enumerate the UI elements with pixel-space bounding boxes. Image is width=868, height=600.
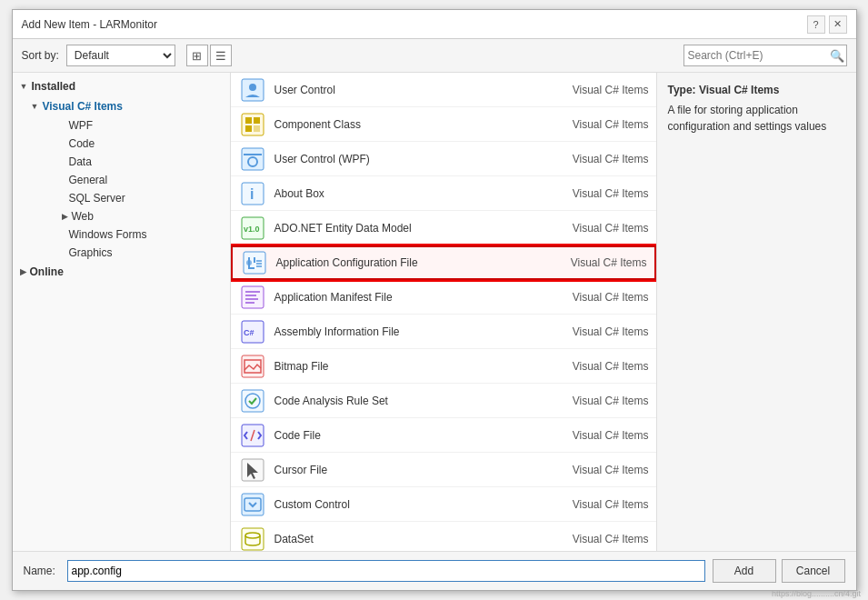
main-content: ▼ Installed ▼ Visual C# Items WPF Code D… [13,73,856,551]
item-name: ADO.NET Entity Data Model [274,222,565,235]
right-panel: Type: Visual C# Items A file for storing… [656,73,856,551]
type-prefix: Type: [668,84,696,96]
user-control-icon [238,75,267,105]
item-name: About Box [274,187,565,200]
svg-rect-3 [245,117,252,124]
add-button[interactable]: Add [713,559,776,583]
list-item[interactable]: Code Analysis Rule Set Visual C# Items [231,384,656,418]
name-input[interactable] [67,560,705,582]
type-description: A file for storing application configura… [668,102,845,135]
list-item[interactable]: Bitmap File Visual C# Items [231,349,656,384]
item-name: Assembly Information File [274,325,565,338]
sort-select[interactable]: Default Name Type [66,45,175,66]
about-icon: i [238,179,267,208]
list-item[interactable]: Cursor File Visual C# Items [231,453,656,487]
item-name: Bitmap File [274,360,565,373]
visual-triangle: ▼ [31,102,39,111]
tree-item-graphics[interactable]: Graphics [27,244,230,262]
tree-item-data[interactable]: Data [27,153,230,171]
list-item[interactable]: Application Manifest File Visual C# Item… [231,280,656,315]
item-category: Visual C# Items [573,533,649,545]
online-label: Online [30,265,64,278]
component-icon [238,110,267,139]
item-category: Visual C# Items [573,360,649,373]
item-category: Visual C# Items [573,187,649,200]
item-name: User Control (WPF) [274,153,565,165]
svg-rect-4 [254,117,260,124]
list-item[interactable]: DataSet Visual C# Items [231,522,656,551]
tree-item-web[interactable]: ▶ Web [27,207,230,225]
assembly-icon: C# [238,317,267,346]
grid-view-button[interactable]: ⊞ [186,45,208,66]
top-bar: Sort by: Default Name Type ⊞ ☰ 🔍 [13,39,856,73]
list-item[interactable]: Custom Control Visual C# Items [231,487,656,522]
item-category: Visual C# Items [573,464,649,476]
item-category: Visual C# Items [573,291,649,304]
action-buttons: Add Cancel [713,559,845,583]
svg-text:C#: C# [244,328,254,337]
add-new-item-dialog: Add New Item - LARMonitor ? ✕ Sort by: D… [12,9,857,591]
tree-item-wpf[interactable]: WPF [27,116,230,135]
bottom-bar: Name: Add Cancel [13,551,856,590]
bitmap-icon [238,352,267,381]
cancel-button[interactable]: Cancel [782,559,845,583]
list-item[interactable]: Component Class Visual C# Items [231,107,656,142]
installed-section[interactable]: ▼ Installed [13,76,230,96]
svg-point-1 [249,84,256,91]
tree-item-windows-forms[interactable]: Windows Forms [27,225,230,244]
content-area: Sort by: Default Name Type ⊞ ☰ 🔍 ▼ Insta… [13,39,856,590]
web-expand-icon: ▶ [62,212,68,221]
visual-items-children: WPF Code Data General SQL Server ▶ Web W… [27,116,230,244]
close-button[interactable]: ✕ [829,15,847,34]
list-view-button[interactable]: ☰ [210,45,232,66]
dialog-title: Add New Item - LARMonitor [22,18,157,31]
item-category: Visual C# Items [573,498,649,511]
online-triangle: ▶ [20,267,26,276]
tree-item-code[interactable]: Code [27,135,230,153]
item-category: Visual C# Items [573,429,649,442]
visual-items-section[interactable]: ▼ Visual C# Items [27,96,230,116]
title-buttons: ? ✕ [807,15,847,34]
tree-item-sql[interactable]: SQL Server [27,189,230,207]
svg-text:v1.0: v1.0 [244,225,260,234]
sort-by-label: Sort by: [22,49,59,62]
item-category: Visual C# Items [573,222,649,235]
list-item[interactable]: User Control (WPF) Visual C# Items [231,142,656,176]
item-name: Application Manifest File [274,291,565,304]
item-name: User Control [274,84,565,96]
svg-rect-5 [245,125,252,132]
search-icon[interactable]: 🔍 [828,45,846,66]
item-category: Visual C# Items [573,153,649,165]
name-label: Name: [24,565,60,577]
ado-icon: v1.0 [238,214,267,243]
list-item[interactable]: Application Configuration File Visual C#… [231,245,656,280]
svg-rect-16 [242,286,264,308]
wpf-control-icon [238,145,267,174]
help-button[interactable]: ? [807,15,825,34]
list-item[interactable]: i About Box Visual C# Items [231,176,656,211]
svg-rect-6 [254,125,260,132]
view-toggle: ⊞ ☰ [186,45,232,66]
list-item[interactable]: v1.0 ADO.NET Entity Data Model Visual C#… [231,211,656,245]
tree-item-general[interactable]: General [27,171,230,189]
search-input[interactable] [684,45,828,65]
title-bar: Add New Item - LARMonitor ? ✕ [13,10,856,39]
online-section[interactable]: ▶ Online [13,262,230,282]
cursor-icon [238,455,267,485]
dataset-icon [238,525,267,552]
svg-rect-8 [244,154,262,155]
item-category: Visual C# Items [573,84,649,96]
svg-point-15 [246,260,252,265]
list-item[interactable]: User Control Visual C# Items [231,73,656,107]
visual-items-label: Visual C# Items [42,100,123,113]
item-name: Code Analysis Rule Set [274,395,565,407]
item-category: Visual C# Items [573,395,649,407]
list-item[interactable]: C# Assembly Information File Visual C# I… [231,315,656,349]
item-category: Visual C# Items [573,118,649,131]
item-category: Visual C# Items [573,325,649,338]
svg-text:i: i [250,186,254,202]
list-item[interactable]: Code File Visual C# Items [231,418,656,453]
item-name: Custom Control [274,498,565,511]
center-panel: User Control Visual C# Items Component C… [231,73,656,551]
manifest-icon [238,283,267,312]
